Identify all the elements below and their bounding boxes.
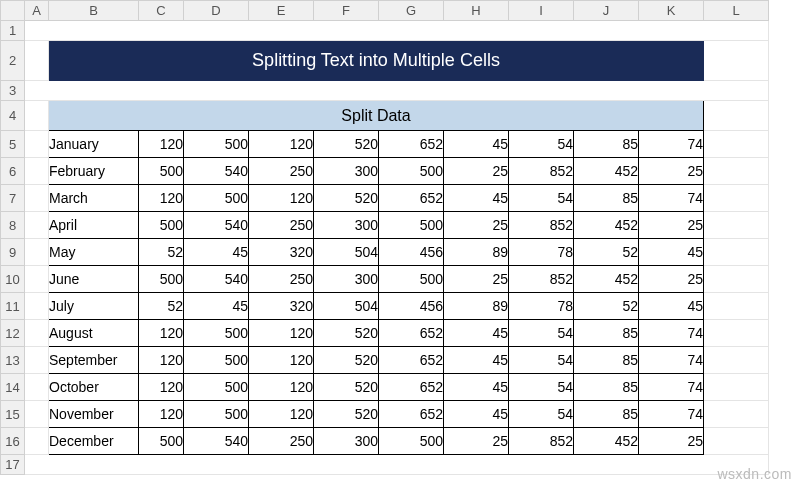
cell-L13[interactable] — [704, 347, 769, 374]
cell-A16[interactable] — [25, 428, 49, 455]
value-cell[interactable]: 320 — [249, 293, 314, 320]
month-cell[interactable]: June — [49, 266, 139, 293]
cell-L11[interactable] — [704, 293, 769, 320]
value-cell[interactable]: 45 — [444, 401, 509, 428]
value-cell[interactable]: 25 — [639, 266, 704, 293]
col-header-K[interactable]: K — [639, 1, 704, 21]
row-header-3[interactable]: 3 — [1, 81, 25, 101]
col-header-J[interactable]: J — [574, 1, 639, 21]
value-cell[interactable]: 456 — [379, 293, 444, 320]
value-cell[interactable]: 250 — [249, 266, 314, 293]
title-bar[interactable]: Splitting Text into Multiple Cells — [49, 41, 704, 81]
cell-L8[interactable] — [704, 212, 769, 239]
value-cell[interactable]: 652 — [379, 131, 444, 158]
value-cell[interactable]: 500 — [379, 212, 444, 239]
cell-A9[interactable] — [25, 239, 49, 266]
value-cell[interactable]: 25 — [444, 158, 509, 185]
value-cell[interactable]: 74 — [639, 401, 704, 428]
col-header-H[interactable]: H — [444, 1, 509, 21]
value-cell[interactable]: 652 — [379, 320, 444, 347]
value-cell[interactable]: 500 — [184, 347, 249, 374]
value-cell[interactable]: 250 — [249, 158, 314, 185]
value-cell[interactable]: 45 — [639, 293, 704, 320]
cell-L15[interactable] — [704, 401, 769, 428]
value-cell[interactable]: 520 — [314, 185, 379, 212]
col-header-B[interactable]: B — [49, 1, 139, 21]
value-cell[interactable]: 452 — [574, 212, 639, 239]
value-cell[interactable]: 652 — [379, 347, 444, 374]
month-cell[interactable]: May — [49, 239, 139, 266]
value-cell[interactable]: 456 — [379, 239, 444, 266]
value-cell[interactable]: 540 — [184, 428, 249, 455]
cell-A13[interactable] — [25, 347, 49, 374]
value-cell[interactable]: 320 — [249, 239, 314, 266]
month-cell[interactable]: October — [49, 374, 139, 401]
value-cell[interactable]: 504 — [314, 239, 379, 266]
cell-A2[interactable] — [25, 41, 49, 81]
value-cell[interactable]: 54 — [509, 185, 574, 212]
cell-L5[interactable] — [704, 131, 769, 158]
value-cell[interactable]: 54 — [509, 131, 574, 158]
value-cell[interactable]: 120 — [139, 320, 184, 347]
value-cell[interactable]: 500 — [379, 266, 444, 293]
cell-A14[interactable] — [25, 374, 49, 401]
value-cell[interactable]: 250 — [249, 212, 314, 239]
value-cell[interactable]: 85 — [574, 131, 639, 158]
col-header-C[interactable]: C — [139, 1, 184, 21]
worksheet-grid[interactable]: A B C D E F G H I J K L 1 2 Splitting Te… — [0, 0, 769, 475]
value-cell[interactable]: 852 — [509, 158, 574, 185]
value-cell[interactable]: 852 — [509, 212, 574, 239]
value-cell[interactable]: 500 — [184, 185, 249, 212]
value-cell[interactable]: 85 — [574, 401, 639, 428]
value-cell[interactable]: 452 — [574, 158, 639, 185]
value-cell[interactable]: 45 — [444, 347, 509, 374]
value-cell[interactable]: 652 — [379, 374, 444, 401]
row-header-4[interactable]: 4 — [1, 101, 25, 131]
cell-L16[interactable] — [704, 428, 769, 455]
value-cell[interactable]: 500 — [139, 158, 184, 185]
value-cell[interactable]: 89 — [444, 239, 509, 266]
value-cell[interactable]: 52 — [574, 239, 639, 266]
month-cell[interactable]: November — [49, 401, 139, 428]
row-header-17[interactable]: 17 — [1, 455, 25, 475]
value-cell[interactable]: 500 — [139, 266, 184, 293]
value-cell[interactable]: 500 — [184, 320, 249, 347]
value-cell[interactable]: 120 — [249, 320, 314, 347]
value-cell[interactable]: 74 — [639, 131, 704, 158]
row-header-8[interactable]: 8 — [1, 212, 25, 239]
value-cell[interactable]: 852 — [509, 428, 574, 455]
value-cell[interactable]: 54 — [509, 401, 574, 428]
value-cell[interactable]: 45 — [444, 374, 509, 401]
month-cell[interactable]: September — [49, 347, 139, 374]
value-cell[interactable]: 520 — [314, 320, 379, 347]
cell-A6[interactable] — [25, 158, 49, 185]
subheader-cell[interactable]: Split Data — [49, 101, 704, 131]
month-cell[interactable]: March — [49, 185, 139, 212]
value-cell[interactable]: 500 — [379, 158, 444, 185]
select-all-corner[interactable] — [1, 1, 25, 21]
value-cell[interactable]: 45 — [444, 185, 509, 212]
value-cell[interactable]: 520 — [314, 347, 379, 374]
value-cell[interactable]: 652 — [379, 185, 444, 212]
col-header-E[interactable]: E — [249, 1, 314, 21]
value-cell[interactable]: 54 — [509, 374, 574, 401]
value-cell[interactable]: 85 — [574, 185, 639, 212]
value-cell[interactable]: 120 — [139, 347, 184, 374]
row-header-11[interactable]: 11 — [1, 293, 25, 320]
value-cell[interactable]: 52 — [139, 239, 184, 266]
cell-L9[interactable] — [704, 239, 769, 266]
value-cell[interactable]: 120 — [249, 347, 314, 374]
value-cell[interactable]: 52 — [139, 293, 184, 320]
value-cell[interactable]: 54 — [509, 320, 574, 347]
month-cell[interactable]: April — [49, 212, 139, 239]
value-cell[interactable]: 74 — [639, 374, 704, 401]
cell-L12[interactable] — [704, 320, 769, 347]
value-cell[interactable]: 520 — [314, 131, 379, 158]
col-header-A[interactable]: A — [25, 1, 49, 21]
value-cell[interactable]: 25 — [444, 428, 509, 455]
value-cell[interactable]: 54 — [509, 347, 574, 374]
cell-A12[interactable] — [25, 320, 49, 347]
value-cell[interactable]: 540 — [184, 266, 249, 293]
value-cell[interactable]: 300 — [314, 212, 379, 239]
row-header-15[interactable]: 15 — [1, 401, 25, 428]
